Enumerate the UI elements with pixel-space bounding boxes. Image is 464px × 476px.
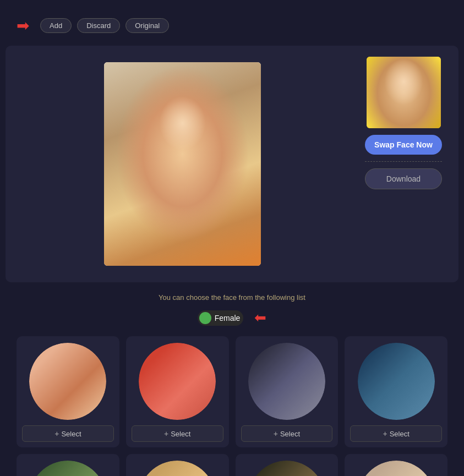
discard-button[interactable]: Discard	[77, 18, 120, 33]
original-button[interactable]: Original	[125, 18, 169, 33]
main-container: ➡ Add Discard Original Swap Face Now Dow…	[0, 0, 464, 476]
select-label-4: Select	[390, 430, 410, 438]
face-card-7: + Select	[236, 454, 339, 476]
face-card-2: + Select	[126, 336, 229, 447]
select-button-3[interactable]: + Select	[241, 425, 333, 442]
swap-face-button[interactable]: Swap Face Now	[365, 135, 442, 155]
plus-icon-3: +	[274, 429, 278, 438]
face-image-2	[139, 343, 216, 420]
face-card-4: + Select	[345, 336, 447, 447]
face-image-8	[358, 461, 435, 476]
select-label-2: Select	[171, 430, 190, 438]
gender-toggle-row: Female ⬅	[17, 309, 447, 326]
arrow-indicator-right: ⬅	[254, 309, 266, 326]
face-avatar-2	[139, 343, 216, 420]
face-image-3	[248, 343, 325, 420]
select-label-3: Select	[280, 430, 300, 438]
select-label-1: Select	[61, 430, 81, 438]
face-avatar-4	[358, 343, 435, 420]
main-image-area	[17, 57, 348, 271]
face-avatar-6	[139, 461, 216, 476]
select-button-1[interactable]: + Select	[22, 425, 114, 442]
face-card-6: + Select	[126, 454, 229, 476]
gender-label: Female	[215, 314, 241, 322]
target-face-inner	[367, 57, 441, 128]
download-button[interactable]: Download	[365, 168, 442, 189]
main-face-bg	[104, 62, 261, 266]
face-card-8: + Select	[345, 454, 447, 476]
plus-icon-1: +	[54, 429, 59, 438]
main-face-overlay	[104, 62, 261, 266]
arrow-indicator-left: ➡	[17, 17, 29, 35]
toolbar: ➡ Add Discard Original	[6, 11, 458, 40]
target-face-image	[367, 57, 441, 128]
target-face-overlay	[367, 57, 441, 128]
face-avatar-5	[29, 461, 106, 476]
add-button[interactable]: Add	[40, 18, 72, 33]
face-list-hint: You can choose the face from the followi…	[17, 293, 447, 302]
select-button-2[interactable]: + Select	[132, 425, 223, 442]
face-avatar-7	[248, 461, 325, 476]
face-card-5: + Select	[17, 454, 119, 476]
face-image-4	[358, 343, 435, 420]
main-image	[104, 62, 261, 266]
face-card-1: + Select	[17, 336, 119, 447]
face-image-7	[248, 461, 325, 476]
face-image-1	[29, 343, 106, 420]
face-grid: + Select + Select + Select	[17, 336, 447, 476]
toggle-circle	[199, 312, 211, 324]
face-avatar-1	[29, 343, 106, 420]
plus-icon-4: +	[383, 429, 387, 438]
select-button-4[interactable]: + Select	[350, 425, 442, 442]
plus-icon-2: +	[164, 429, 168, 438]
side-panel: Swap Face Now Download	[359, 57, 447, 271]
divider	[365, 161, 442, 162]
face-avatar-3	[248, 343, 325, 420]
editor-panel: Swap Face Now Download	[6, 46, 458, 282]
face-card-3: + Select	[236, 336, 339, 447]
face-list-section: You can choose the face from the followi…	[6, 293, 458, 476]
face-avatar-8	[358, 461, 435, 476]
face-image-6	[139, 461, 216, 476]
gender-toggle[interactable]: Female	[198, 310, 244, 326]
face-image-5	[29, 461, 106, 476]
